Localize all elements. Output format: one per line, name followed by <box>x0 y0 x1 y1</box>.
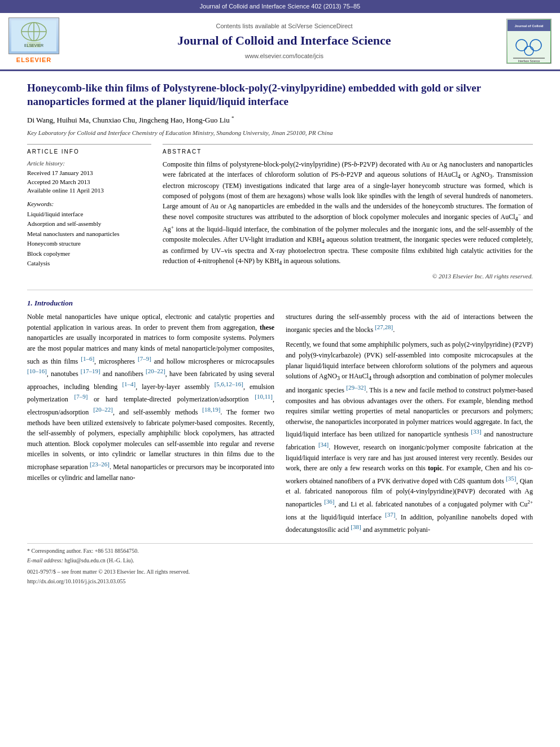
doi-note: http://dx.doi.org/10.1016/j.jcis.2013.03… <box>27 578 533 586</box>
section-divider <box>27 290 533 290</box>
sciverse-line: Contents lists available at SciVerse Sci… <box>68 22 501 30</box>
article-history-block: Article history: Received 17 January 201… <box>27 159 151 195</box>
keyword-4: Honeycomb structure <box>27 239 151 248</box>
email-value: hgliu@sdu.edu.cn (H.-G. Liu). <box>64 557 134 563</box>
affiliation-text: Key Laboratory for Colloid and Interface… <box>27 129 533 137</box>
abstract-heading: ABSTRACT <box>163 148 533 156</box>
authors-line: Di Wang, Huihui Ma, Chunxiao Chu, Jingch… <box>27 115 533 126</box>
copyright-text: © 2013 Elsevier Inc. All rights reserved… <box>163 272 533 281</box>
introduction-left-col: Noble metal nanoparticles have unique op… <box>27 312 274 535</box>
elsevier-logo-image: ELSEVIER <box>8 18 59 54</box>
section-number: 1. <box>27 299 33 307</box>
intro-para-3: Recently, we found that some amphiphilic… <box>286 339 533 535</box>
paper-content: Honeycomb-like thin films of Polystyrene… <box>0 71 560 604</box>
authors-text: Di Wang, Huihui Ma, Chunxiao Chu, Jingch… <box>27 116 234 124</box>
abstract-column: ABSTRACT Composite thin films of polysty… <box>163 144 533 281</box>
svg-text:Interface Science: Interface Science <box>518 59 540 63</box>
intro-para-2: structures during the self-assembly proc… <box>286 312 533 335</box>
introduction-section: 1. Introduction Noble metal nanoparticle… <box>27 298 533 535</box>
available-date: Available online 11 April 2013 <box>27 186 151 195</box>
journal-reference-text: Journal of Colloid and Interface Science… <box>200 3 360 10</box>
keywords-label: Keywords: <box>27 200 151 208</box>
journal-header: ELSEVIER ELSEVIER Contents lists availab… <box>0 13 560 71</box>
journal-reference-bar: Journal of Colloid and Interface Science… <box>0 0 560 13</box>
elsevier-logo-svg: ELSEVIER <box>11 20 56 51</box>
corresponding-text: * Corresponding author. Fax: +86 531 885… <box>27 548 139 554</box>
section-title-text: Introduction <box>34 299 73 307</box>
journal-center-info: Contents lists available at SciVerse Sci… <box>62 22 506 61</box>
article-info-column: ARTICLE INFO Article history: Received 1… <box>27 144 151 281</box>
svg-text:Journal of Colloid: Journal of Colloid <box>515 24 544 28</box>
abstract-text: Composite thin films of polystyrene-bloc… <box>163 159 533 268</box>
intro-para-1: Noble metal nanoparticles have unique op… <box>27 312 274 483</box>
email-note: E-mail address: hgliu@sdu.edu.cn (H.-G. … <box>27 557 533 565</box>
issn-text: 0021-9797/$ – see front matter © 2013 El… <box>27 569 190 575</box>
svg-text:ELSEVIER: ELSEVIER <box>24 43 43 47</box>
issn-note: 0021-9797/$ – see front matter © 2013 El… <box>27 568 533 576</box>
cover-thumbnail: Journal of Colloid Interface Science <box>506 19 552 64</box>
introduction-title: 1. Introduction <box>27 298 533 308</box>
keywords-section: Keywords: Liquid/liquid interface Adsorp… <box>27 200 151 268</box>
keyword-3: Metal nanoclusters and nanoparticles <box>27 230 151 238</box>
keyword-5: Block copolymer <box>27 250 151 258</box>
footnotes-section: * Corresponding author. Fax: +86 531 885… <box>27 543 533 586</box>
article-title: Honeycomb-like thin films of Polystyrene… <box>27 81 533 109</box>
contents-text: Contents lists available at SciVerse Sci… <box>216 23 352 29</box>
keyword-6: Catalysis <box>27 259 151 268</box>
elsevier-brand-text: ELSEVIER <box>16 56 51 64</box>
corresponding-author-note: * Corresponding author. Fax: +86 531 885… <box>27 547 533 555</box>
email-label: E-mail address: <box>27 557 64 563</box>
history-label: Article history: <box>27 159 151 168</box>
accepted-date: Accepted 20 March 2013 <box>27 178 151 186</box>
journal-cover-image: Journal of Colloid Interface Science <box>506 19 554 64</box>
keyword-2: Adsorption and self-assembly <box>27 220 151 228</box>
introduction-two-col: Noble metal nanoparticles have unique op… <box>27 312 533 535</box>
doi-text: http://dx.doi.org/10.1016/j.jcis.2013.03… <box>27 578 126 584</box>
journal-title: Journal of Colloid and Interface Science <box>68 32 501 50</box>
elsevier-logo-section: ELSEVIER ELSEVIER <box>6 18 62 64</box>
article-info-heading: ARTICLE INFO <box>27 148 151 156</box>
keyword-1: Liquid/liquid interface <box>27 210 151 219</box>
introduction-right-col: structures during the self-assembly proc… <box>286 312 533 535</box>
keywords-list: Liquid/liquid interface Adsorption and s… <box>27 210 151 268</box>
received-date: Received 17 January 2013 <box>27 169 151 177</box>
cover-svg: Journal of Colloid Interface Science <box>508 20 550 63</box>
journal-url: www.elsevier.com/locate/jcis <box>68 52 501 60</box>
article-info-abstract-section: ARTICLE INFO Article history: Received 1… <box>27 144 533 281</box>
